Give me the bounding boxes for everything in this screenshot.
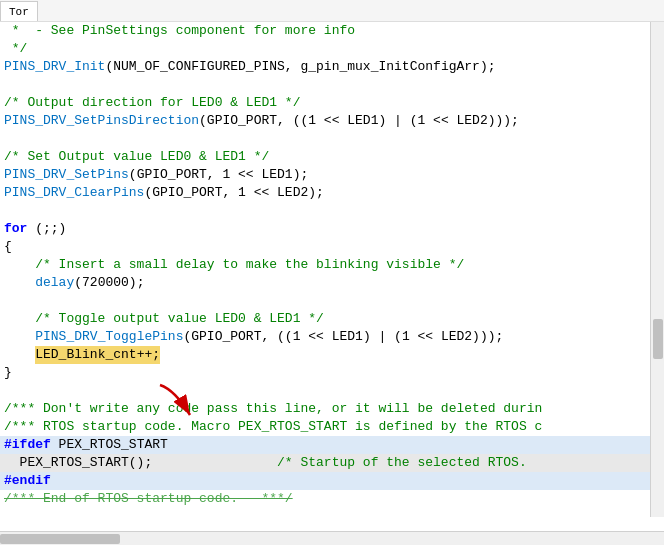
code-line: /* Toggle output value LED0 & LED1 */ [0, 310, 650, 328]
code-highlight: LED_Blink_cnt++; [35, 346, 160, 364]
code-line: PINS_DRV_SetPins(GPIO_PORT, 1 << LED1); [0, 166, 650, 184]
code-text: #endif [4, 472, 51, 490]
horizontal-scrollbar[interactable] [0, 531, 664, 545]
code-line: PINS_DRV_SetPinsDirection(GPIO_PORT, ((1… [0, 112, 650, 130]
code-line: PINS_DRV_ClearPins(GPIO_PORT, 1 << LED2)… [0, 184, 650, 202]
code-text: /* Output direction for LED0 & LED1 */ [4, 94, 300, 112]
code-line-endif: #endif [0, 472, 650, 490]
code-text: PEX_RTOS_START(); [4, 454, 277, 472]
code-text: PEX_RTOS_START [51, 436, 168, 454]
code-text: (GPIO_PORT, ((1 << LED1) | (1 << LED2)))… [199, 112, 519, 130]
code-scroll-area[interactable]: * - See PinSettings component for more i… [0, 22, 664, 531]
code-lines: * - See PinSettings component for more i… [0, 22, 650, 531]
code-text: /* Startup of the selected RTOS. [277, 454, 527, 472]
horizontal-scrollbar-thumb[interactable] [0, 534, 120, 544]
code-line: /*** RTOS startup code. Macro PEX_RTOS_S… [0, 418, 650, 436]
code-line: PINS_DRV_Init(NUM_OF_CONFIGURED_PINS, g_… [0, 58, 650, 76]
code-text [4, 274, 35, 292]
code-line: /*** Don't write any code pass this line… [0, 400, 650, 418]
code-editor: Tor * - See PinSettings component for mo… [0, 0, 664, 545]
code-text: } [4, 364, 12, 382]
code-line: */ [0, 40, 650, 58]
code-text: #ifdef [4, 436, 51, 454]
code-text: PINS_DRV_ClearPins [4, 184, 144, 202]
code-text [4, 130, 12, 148]
code-text: * - See PinSettings component for more i… [4, 22, 355, 40]
code-line: delay(720000); [0, 274, 650, 292]
code-line: } [0, 364, 650, 382]
code-line: /* Set Output value LED0 & LED1 */ [0, 148, 650, 166]
vertical-scrollbar-thumb[interactable] [653, 319, 663, 359]
code-text: PINS_DRV_SetPins [4, 166, 129, 184]
code-text: (GPIO_PORT, ((1 << LED1) | (1 << LED2)))… [183, 328, 503, 346]
tab-label: Tor [9, 6, 29, 18]
code-text: (GPIO_PORT, 1 << LED2); [144, 184, 323, 202]
code-text [4, 76, 12, 94]
code-text: (NUM_OF_CONFIGURED_PINS, g_pin_mux_InitC… [105, 58, 495, 76]
code-line: /* Insert a small delay to make the blin… [0, 256, 650, 274]
code-line [0, 202, 650, 220]
code-text: { [4, 238, 12, 256]
code-line: /*** End of RTOS startup code. ***/ [0, 490, 650, 508]
code-text: (;;) [27, 220, 66, 238]
code-line: for (;;) [0, 220, 650, 238]
code-line [0, 292, 650, 310]
code-line: /* Output direction for LED0 & LED1 */ [0, 94, 650, 112]
code-text: /*** Don't write any code pass this line… [4, 400, 542, 418]
code-text [4, 346, 35, 364]
code-text [4, 328, 35, 346]
code-line-gray: PEX_RTOS_START(); /* Startup of the sele… [0, 454, 650, 472]
code-text: /* Set Output value LED0 & LED1 */ [4, 148, 269, 166]
code-text: (GPIO_PORT, 1 << LED1); [129, 166, 308, 184]
code-text: /* Toggle output value LED0 & LED1 */ [4, 310, 324, 328]
code-line: PINS_DRV_TogglePins(GPIO_PORT, ((1 << LE… [0, 328, 650, 346]
code-text [4, 202, 12, 220]
code-line [0, 130, 650, 148]
code-line [0, 382, 650, 400]
code-line: * - See PinSettings component for more i… [0, 22, 650, 40]
code-text: for [4, 220, 27, 238]
main-content: * - See PinSettings component for more i… [0, 22, 664, 531]
code-line: LED_Blink_cnt++; [0, 346, 650, 364]
code-text: /* Insert a small delay to make the blin… [4, 256, 464, 274]
code-line [0, 76, 650, 94]
code-text: (720000); [74, 274, 144, 292]
code-line: { [0, 238, 650, 256]
vertical-scrollbar[interactable] [650, 22, 664, 517]
code-text: /*** End of RTOS startup code. ***/ [4, 490, 293, 508]
code-text: */ [4, 40, 27, 58]
tab-bar[interactable]: Tor [0, 0, 664, 22]
code-text: /*** RTOS startup code. Macro PEX_RTOS_S… [4, 418, 542, 436]
code-text [4, 382, 12, 400]
code-text: delay [35, 274, 74, 292]
active-tab[interactable]: Tor [0, 1, 38, 21]
code-text: PINS_DRV_SetPinsDirection [4, 112, 199, 130]
code-line-ifdef: #ifdef PEX_RTOS_START [0, 436, 650, 454]
code-text [4, 292, 12, 310]
code-text: PINS_DRV_Init [4, 58, 105, 76]
code-text: PINS_DRV_TogglePins [35, 328, 183, 346]
